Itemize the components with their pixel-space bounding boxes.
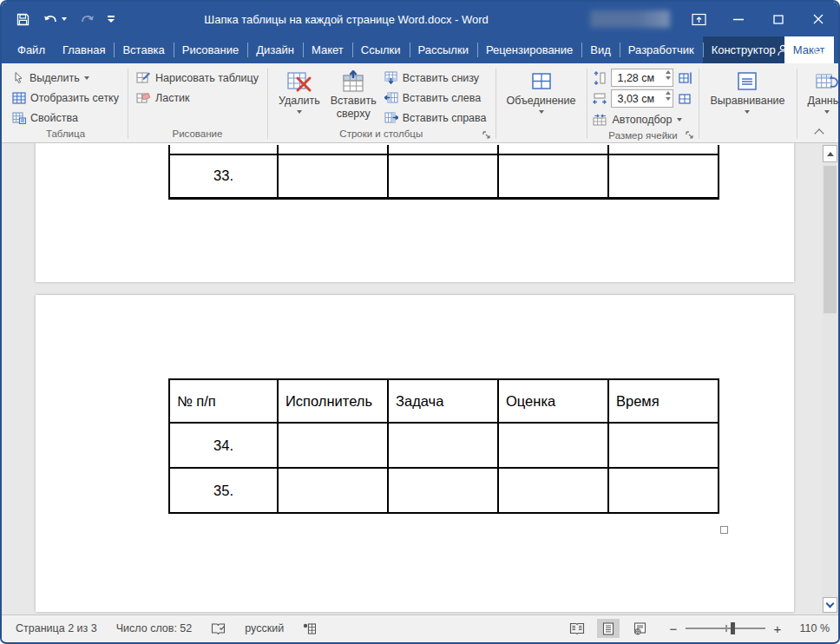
- table-cell[interactable]: [498, 423, 608, 468]
- table-cell[interactable]: [498, 468, 608, 513]
- proofing-status-button[interactable]: [211, 622, 226, 635]
- table-cell[interactable]: [388, 423, 498, 468]
- save-button[interactable]: [16, 12, 30, 27]
- header-cell-grade[interactable]: Оценка: [498, 379, 608, 423]
- select-table-button[interactable]: Выделить: [10, 69, 121, 87]
- table-cell[interactable]: [498, 154, 608, 198]
- insert-right-button[interactable]: Вставить справа: [382, 108, 489, 127]
- undo-button[interactable]: [43, 13, 67, 26]
- table-resize-handle[interactable]: [720, 526, 728, 534]
- column-width-input[interactable]: [611, 89, 673, 108]
- ribbon-display-options-button[interactable]: [679, 2, 719, 36]
- row-number-cell[interactable]: 35.: [169, 468, 278, 513]
- scroll-down-button[interactable]: [823, 597, 837, 613]
- print-layout-button[interactable]: [597, 619, 620, 638]
- tab-file[interactable]: Файл: [9, 36, 54, 63]
- row-height-spinners[interactable]: [666, 70, 671, 80]
- eraser-button[interactable]: Ластик: [134, 89, 261, 107]
- merge-button[interactable]: Объединение: [502, 67, 581, 114]
- macro-recording-button[interactable]: [303, 623, 316, 634]
- minimize-icon: [733, 18, 744, 21]
- document-canvas[interactable]: 33. № п/п Исполнитель Задача Оценка Врем…: [2, 143, 838, 614]
- view-gridlines-button[interactable]: Отобразить сетку: [10, 89, 121, 107]
- web-layout-button[interactable]: [628, 619, 651, 638]
- table-cell[interactable]: [278, 145, 388, 154]
- table-cell[interactable]: [388, 154, 498, 198]
- table-cell[interactable]: [608, 423, 719, 468]
- header-cell-number[interactable]: № п/п: [169, 379, 278, 423]
- close-icon: [813, 14, 824, 24]
- header-cell-time[interactable]: Время: [608, 379, 719, 423]
- table-cell[interactable]: [608, 145, 719, 154]
- tab-references[interactable]: Ссылки: [352, 36, 410, 63]
- alignment-button[interactable]: Выравнивание: [705, 67, 790, 114]
- table-cell[interactable]: [278, 468, 388, 513]
- customize-quick-access-button[interactable]: [108, 16, 115, 23]
- tab-view[interactable]: Вид: [581, 36, 620, 63]
- tab-draw[interactable]: Рисование: [174, 36, 247, 63]
- rows-columns-dialog-launcher[interactable]: [482, 131, 491, 140]
- table-cell[interactable]: [498, 145, 608, 154]
- column-width-spinners[interactable]: [666, 91, 671, 101]
- scrollbar-thumb[interactable]: [824, 166, 837, 313]
- maximize-button[interactable]: [758, 2, 798, 36]
- alignment-icon: [736, 71, 758, 92]
- share-button[interactable]: [777, 43, 792, 57]
- tab-layout[interactable]: Макет: [303, 36, 352, 63]
- header-cell-task[interactable]: Задача: [388, 379, 498, 423]
- word-window: Шапка таблицы на каждой странице Word.do…: [0, 0, 840, 644]
- draw-table-button[interactable]: Нарисовать таблицу: [134, 69, 261, 87]
- tab-table-design[interactable]: Конструктор: [703, 36, 784, 63]
- close-button[interactable]: [798, 2, 838, 36]
- scroll-up-button[interactable]: [823, 145, 837, 162]
- data-button[interactable]: Данные: [803, 67, 840, 114]
- row-number-cell[interactable]: 33.: [169, 154, 278, 198]
- row-height-input[interactable]: [611, 69, 673, 87]
- read-mode-button[interactable]: [566, 619, 588, 638]
- language-indicator[interactable]: русский: [245, 622, 284, 634]
- delete-button[interactable]: Удалить: [273, 67, 325, 114]
- zoom-slider[interactable]: [686, 622, 765, 634]
- redo-button[interactable]: [79, 13, 95, 26]
- comments-button[interactable]: [815, 43, 830, 56]
- table-cell[interactable]: [169, 145, 278, 154]
- tab-mailings[interactable]: Рассылки: [410, 36, 477, 63]
- insert-left-button[interactable]: Вставить слева: [382, 89, 489, 107]
- group-label-alignment: [705, 127, 790, 142]
- tab-review[interactable]: Рецензирование: [477, 36, 581, 63]
- zoom-slider-thumb[interactable]: [731, 622, 735, 634]
- group-cell-size: Автоподбор Размер ячейки: [587, 65, 699, 142]
- table-cell[interactable]: [608, 468, 719, 513]
- tab-developer[interactable]: Разработчик: [620, 36, 703, 63]
- cell-size-dialog-launcher[interactable]: [686, 131, 694, 140]
- group-rows-columns: Удалить Вставить сверху Вставить снизу: [267, 65, 495, 142]
- zoom-in-button[interactable]: +: [772, 621, 783, 636]
- word-count[interactable]: Число слов: 52: [116, 622, 193, 634]
- insert-right-icon: [384, 111, 398, 124]
- table-cell[interactable]: [388, 468, 498, 513]
- collapse-ribbon-button[interactable]: [814, 128, 826, 137]
- comment-icon: [815, 43, 830, 56]
- tab-design[interactable]: Дизайн: [247, 36, 303, 63]
- autofit-button[interactable]: Автоподбор: [593, 110, 684, 128]
- tab-insert[interactable]: Вставка: [114, 36, 173, 63]
- vertical-scrollbar[interactable]: [822, 143, 838, 614]
- header-cell-executor[interactable]: Исполнитель: [278, 379, 388, 423]
- tab-home[interactable]: Главная: [54, 36, 114, 63]
- table-properties-button[interactable]: Свойства: [10, 108, 121, 127]
- table-properties-icon: [12, 112, 26, 124]
- row-number-cell[interactable]: 34.: [169, 423, 278, 468]
- page-indicator[interactable]: Страница 2 из 3: [16, 622, 97, 634]
- minimize-button[interactable]: [719, 2, 758, 36]
- row-height-field: [611, 69, 673, 87]
- zoom-out-button[interactable]: −: [668, 621, 679, 636]
- table-cell[interactable]: [388, 145, 498, 154]
- macro-icon: [303, 623, 316, 634]
- insert-above-button[interactable]: Вставить сверху: [325, 67, 382, 121]
- tell-me-assistant[interactable]: Помощн: [834, 36, 840, 63]
- table-cell[interactable]: [278, 423, 388, 468]
- insert-below-button[interactable]: Вставить снизу: [382, 69, 489, 87]
- zoom-level[interactable]: 110 %: [791, 622, 830, 634]
- table-cell[interactable]: [278, 154, 388, 198]
- table-cell[interactable]: [608, 154, 719, 198]
